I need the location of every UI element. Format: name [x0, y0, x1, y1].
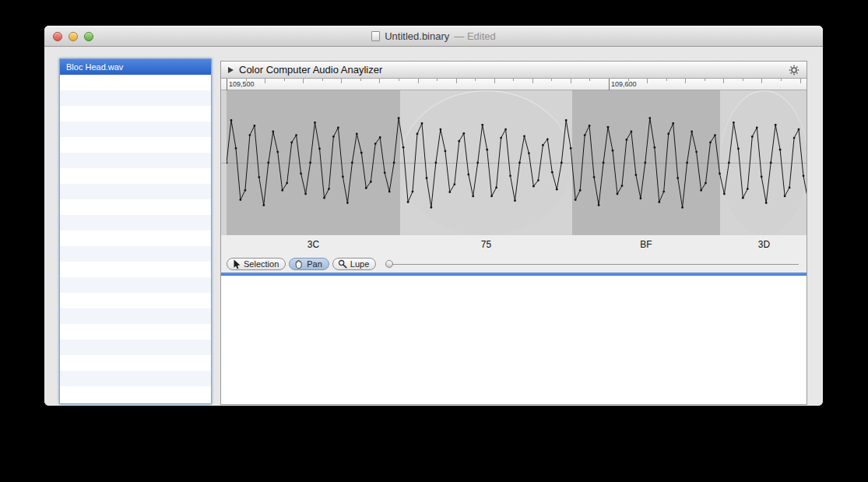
tool-buttons: SelectionPanLupe	[227, 258, 379, 270]
sidebar-empty-row[interactable]	[60, 371, 211, 386]
sidebar-empty-row[interactable]	[60, 262, 211, 277]
main-panel: Color Computer Audio Anaylizer 109,50010…	[220, 61, 807, 405]
ruler-tick	[418, 79, 419, 83]
ruler-label: 109,500	[229, 80, 255, 88]
ruler-major-tick	[609, 79, 610, 90]
ruler-tick	[551, 79, 552, 81]
sidebar-empty-row[interactable]	[60, 308, 211, 324]
zoom-slider-knob[interactable]	[385, 260, 393, 268]
ruler-tick	[360, 79, 361, 81]
tool-selection[interactable]: Selection	[227, 258, 286, 270]
ruler-tick	[265, 79, 265, 83]
ruler-major-tick	[227, 79, 227, 90]
ruler-tick	[589, 79, 590, 81]
ruler-tick	[705, 79, 705, 81]
ruler: 109,500109,600	[221, 79, 807, 90]
byte-label: BF	[640, 239, 652, 250]
ruler-tick	[303, 79, 304, 83]
sidebar-empty-row[interactable]	[60, 230, 211, 246]
sidebar-empty-row[interactable]	[60, 199, 211, 215]
sidebar-empty-row[interactable]	[60, 90, 211, 106]
inspector-header: Color Computer Audio Anaylizer	[221, 62, 807, 79]
ruler-tick	[437, 79, 438, 81]
ruler-label: 109,600	[611, 80, 637, 88]
sidebar-empty-row[interactable]	[60, 246, 211, 262]
window-title-area: Untitled.binary — Edited	[44, 26, 823, 47]
disclosure-triangle-icon[interactable]	[228, 67, 234, 73]
sidebar-item[interactable]: Bloc Head.wav	[60, 59, 211, 75]
ruler-tick	[399, 79, 399, 81]
tool-label: Selection	[244, 259, 279, 269]
sidebar-empty-row[interactable]	[60, 75, 211, 90]
tool-lupe[interactable]: Lupe	[332, 258, 376, 270]
inspector-title: Color Computer Audio Anaylizer	[239, 64, 789, 76]
sidebar-list: Bloc Head.wav	[59, 58, 212, 404]
magnifier-icon	[338, 259, 347, 269]
document-proxy-icon[interactable]	[371, 31, 380, 41]
tool-label: Pan	[307, 259, 322, 269]
gear-icon[interactable]	[789, 65, 799, 76]
window-title: Untitled.binary	[385, 30, 449, 42]
cursor-icon	[232, 259, 241, 269]
tool-label: Lupe	[350, 259, 369, 269]
sidebar-empty-row[interactable]	[60, 184, 211, 199]
ruler-tick	[743, 79, 743, 81]
tool-pan[interactable]: Pan	[289, 258, 329, 270]
ruler-tick	[341, 79, 342, 83]
wave-canvas[interactable]	[221, 90, 807, 235]
sidebar-empty-row[interactable]	[60, 386, 211, 402]
sidebar-empty-row[interactable]	[60, 340, 211, 355]
ruler-tick	[532, 79, 533, 83]
sidebar-empty-row[interactable]	[60, 355, 211, 371]
window-edited-badge: — Edited	[454, 30, 495, 42]
ruler-tick	[456, 79, 457, 83]
ruler-tick	[571, 79, 571, 83]
hand-icon	[294, 259, 304, 269]
sidebar-empty-row[interactable]	[60, 277, 211, 293]
ruler-tick	[685, 79, 686, 83]
ruler-tick	[761, 79, 762, 83]
ruler-tick	[723, 79, 724, 83]
sidebar-empty-row[interactable]	[60, 168, 211, 184]
sidebar-empty-row[interactable]	[60, 293, 211, 308]
band-labels: 3C75BF3D	[221, 235, 807, 255]
ruler-tick	[322, 79, 323, 81]
byte-label: 75	[481, 239, 491, 250]
ruler-tick	[494, 79, 495, 83]
byte-label: 3D	[758, 239, 770, 250]
zoom-slider[interactable]	[385, 264, 799, 265]
window-content: Bloc Head.wav Color Computer Audio Anayl…	[44, 47, 823, 406]
ruler-tick	[475, 79, 476, 81]
sidebar-empty-row[interactable]	[60, 137, 211, 153]
sidebar-empty-row[interactable]	[60, 121, 211, 137]
sidebar-empty-row[interactable]	[60, 106, 211, 121]
tool-row: SelectionPanLupe	[221, 255, 807, 273]
ruler-tick	[284, 79, 285, 81]
byte-label: 3C	[307, 239, 319, 250]
ruler-tick	[781, 79, 782, 81]
ruler-tick	[647, 79, 648, 83]
sidebar-empty-row[interactable]	[60, 215, 211, 230]
title-bar[interactable]: Untitled.binary — Edited	[44, 26, 823, 47]
sidebar-empty-row[interactable]	[60, 153, 211, 168]
ruler-tick	[800, 79, 801, 83]
ruler-tick	[379, 79, 380, 83]
lower-pane	[221, 276, 807, 404]
waveform	[227, 90, 807, 235]
ruler-tick	[513, 79, 514, 81]
sidebar-empty-row[interactable]	[60, 324, 211, 340]
ruler-tick	[666, 79, 667, 81]
app-window: Untitled.binary — Edited Bloc Head.wav C…	[44, 26, 823, 406]
